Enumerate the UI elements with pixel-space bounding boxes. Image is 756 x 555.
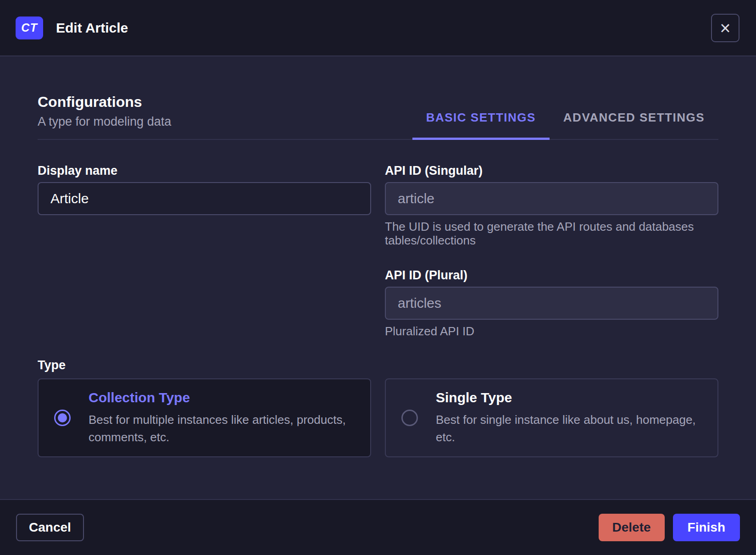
type-section: Type Collection Type Best for multiple i…	[38, 358, 718, 457]
api-id-singular-label: API ID (Singular)	[385, 164, 718, 178]
page-subtitle: A type for modeling data	[38, 112, 171, 131]
modal-footer: Cancel Delete Finish	[0, 499, 756, 555]
display-name-label: Display name	[38, 164, 371, 178]
content-type-badge: CT	[16, 17, 43, 39]
type-cards: Collection Type Best for multiple instan…	[38, 378, 718, 457]
close-icon: ×	[720, 19, 730, 37]
tab-basic-settings[interactable]: BASIC SETTINGS	[412, 111, 550, 140]
api-id-singular-field-block: API ID (Singular) The UID is used to gen…	[385, 164, 718, 247]
collection-type-description: Best for multiple instances like article…	[89, 411, 346, 446]
api-id-plural-input	[385, 287, 718, 320]
finish-button[interactable]: Finish	[673, 514, 740, 541]
page-title: Configurations	[38, 91, 171, 112]
api-id-plural-hint: Pluralized API ID	[385, 324, 718, 338]
cancel-button[interactable]: Cancel	[16, 514, 84, 541]
configuration-fields: Display name API ID (Singular) The UID i…	[38, 164, 718, 338]
single-type-radio[interactable]	[401, 410, 418, 426]
settings-tabs: BASIC SETTINGS ADVANCED SETTINGS	[412, 111, 718, 140]
single-type-description: Best for single instance like about us, …	[436, 411, 696, 446]
display-name-field-block: Display name	[38, 164, 371, 215]
display-name-input[interactable]	[38, 182, 371, 215]
heading-block: Configurations A type for modeling data	[38, 91, 171, 139]
content-type-badge-label: CT	[21, 21, 37, 34]
collection-type-radio[interactable]	[54, 410, 71, 426]
edit-content-type-modal: CT Edit Article × Configurations A type …	[0, 0, 756, 555]
delete-button[interactable]: Delete	[599, 514, 665, 541]
close-button[interactable]: ×	[711, 14, 739, 42]
single-type-title: Single Type	[436, 390, 696, 405]
tab-advanced-settings[interactable]: ADVANCED SETTINGS	[550, 111, 718, 140]
modal-body: Configurations A type for modeling data …	[0, 56, 756, 499]
api-id-singular-hint: The UID is used to generate the API rout…	[385, 220, 718, 247]
modal-header: CT Edit Article ×	[0, 0, 756, 56]
left-column: Display name	[38, 164, 371, 338]
collection-type-title: Collection Type	[89, 390, 346, 405]
collection-type-text: Collection Type Best for multiple instan…	[89, 390, 346, 446]
single-type-card[interactable]: Single Type Best for single instance lik…	[385, 378, 718, 457]
heading-row: Configurations A type for modeling data …	[38, 56, 718, 140]
right-column: API ID (Singular) The UID is used to gen…	[385, 164, 718, 338]
api-id-plural-field-block: API ID (Plural) Pluralized API ID	[385, 268, 718, 338]
api-id-singular-input	[385, 182, 718, 215]
api-id-plural-label: API ID (Plural)	[385, 268, 718, 282]
single-type-text: Single Type Best for single instance lik…	[436, 390, 696, 446]
type-label: Type	[38, 358, 718, 372]
modal-title: Edit Article	[56, 20, 128, 36]
collection-type-card[interactable]: Collection Type Best for multiple instan…	[38, 378, 371, 457]
